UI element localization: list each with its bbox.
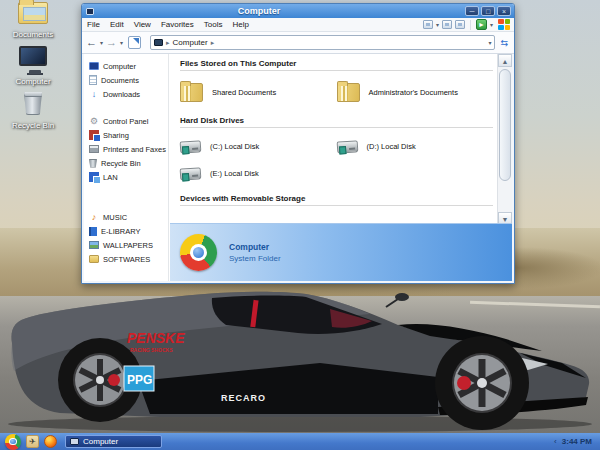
sidebar-item-lan[interactable]: LAN: [89, 170, 168, 184]
sidebar-item-label: LAN: [103, 173, 118, 182]
sidebar-item-documents[interactable]: Documents: [89, 73, 168, 87]
desktop-icon-label: Recycle Bin: [4, 121, 62, 130]
content-area: Files Stored on This Computer Shared Doc…: [170, 54, 497, 223]
hard-disk-icon: [180, 140, 202, 153]
item-drive-d[interactable]: (D:) Local Disk: [337, 133, 494, 160]
sidebar-item-label: Control Panel: [103, 117, 148, 126]
sidebar-item-label: SOFTWARES: [103, 255, 150, 264]
menu-file[interactable]: File: [82, 20, 105, 29]
picture-icon: [89, 241, 99, 249]
music-note-icon: [89, 212, 99, 222]
details-title: Computer: [229, 242, 281, 252]
sidebar-item-downloads[interactable]: Downloads: [89, 87, 168, 101]
chrome-computer-icon: [180, 234, 217, 271]
scroll-up-arrow[interactable]: ▲: [498, 54, 512, 67]
tray-expand-chevron[interactable]: ‹: [554, 437, 557, 446]
start-button-chrome-icon[interactable]: [5, 434, 21, 450]
book-icon: [89, 227, 97, 236]
sidebar-item-printers[interactable]: Printers and Faxes: [89, 142, 168, 156]
car-mirror: [395, 293, 409, 301]
navigation-bar: ← ▾ → ▾ ▸ Computer ▸ ▾ ⇆: [82, 32, 514, 54]
hard-disk-icon: [336, 140, 358, 153]
views-icon[interactable]: [455, 20, 465, 29]
copy-to-icon[interactable]: [423, 20, 433, 29]
go-button[interactable]: ►: [476, 19, 487, 30]
computer-icon: [89, 62, 99, 70]
item-administrators-documents[interactable]: Administrator's Documents: [337, 76, 494, 109]
window-title: Computer: [238, 6, 281, 16]
minimize-button[interactable]: ─: [465, 6, 479, 16]
empty-cell: [337, 160, 494, 187]
menu-view[interactable]: View: [129, 20, 156, 29]
taskbar: ✈ Computer ‹ 3:44 PM: [0, 433, 600, 450]
section-header-files: Files Stored on This Computer: [180, 59, 493, 71]
item-drive-c[interactable]: (C:) Local Disk: [180, 133, 337, 160]
back-history-caret[interactable]: ▾: [100, 39, 103, 46]
car-front-wheel: [435, 336, 529, 430]
chevron-down-icon[interactable]: ▾: [436, 21, 439, 28]
menu-help[interactable]: Help: [227, 20, 253, 29]
item-label: (D:) Local Disk: [367, 142, 416, 151]
refresh-icon[interactable]: ⇆: [498, 38, 510, 48]
sidebar-item-label: Documents: [101, 76, 139, 85]
forward-button[interactable]: →: [106, 37, 117, 48]
monitor-icon: [70, 438, 79, 445]
scrollbar-thumb[interactable]: [499, 69, 511, 181]
menu-edit[interactable]: Edit: [105, 20, 129, 29]
address-bar[interactable]: ▸ Computer ▸ ▾: [150, 35, 495, 50]
item-label: (E:) Local Disk: [210, 169, 259, 178]
desktop-icon-recycle-bin[interactable]: Recycle Bin: [4, 92, 62, 130]
sidebar-item-sharing[interactable]: Sharing: [89, 128, 168, 142]
sidebar-item-recycle-bin[interactable]: Recycle Bin: [89, 156, 168, 170]
sidebar-group-gap: [89, 184, 168, 210]
taskbar-button-label: Computer: [83, 437, 118, 446]
sidebar-item-wallpapers[interactable]: WALLPAPERS: [89, 238, 168, 252]
address-dropdown-caret[interactable]: ▾: [488, 39, 491, 46]
quick-launch-firefox-icon[interactable]: [44, 435, 57, 448]
move-to-icon[interactable]: [442, 20, 452, 29]
sidebar-item-label: WALLPAPERS: [103, 241, 153, 250]
sidebar-item-control-panel[interactable]: Control Panel: [89, 114, 168, 128]
item-drive-e[interactable]: (E:) Local Disk: [180, 160, 337, 187]
system-tray: ‹ 3:44 PM: [554, 437, 600, 446]
breadcrumb-separator[interactable]: ▸: [211, 39, 215, 47]
sidebar-item-computer[interactable]: Computer: [89, 59, 168, 73]
window-icon: [86, 8, 94, 15]
sidebar: Computer Documents Downloads Control Pan…: [84, 54, 169, 281]
chevron-down-icon[interactable]: ▾: [490, 21, 493, 28]
desktop-icon-documents[interactable]: Documents: [4, 2, 62, 39]
desktop-icon-label: Computer: [4, 77, 62, 86]
folder-icon: [89, 255, 99, 263]
document-icon: [89, 75, 97, 85]
sidebar-item-softwares[interactable]: SOFTWARES: [89, 252, 168, 266]
item-label: Administrator's Documents: [369, 88, 458, 97]
back-button[interactable]: ←: [86, 37, 97, 48]
desktop-icon-computer[interactable]: Computer: [4, 46, 62, 86]
forward-history-caret[interactable]: ▾: [120, 39, 123, 46]
titlebar[interactable]: Computer ─ □ ×: [82, 4, 514, 18]
maximize-button[interactable]: □: [481, 6, 495, 16]
menu-tools[interactable]: Tools: [199, 20, 228, 29]
taskbar-button-computer[interactable]: Computer: [65, 435, 162, 448]
penske-decal: PENSKE: [127, 330, 185, 346]
sidebar-item-label: Computer: [103, 62, 136, 71]
vertical-scrollbar[interactable]: ▲ ▼: [497, 54, 512, 225]
close-button[interactable]: ×: [497, 6, 511, 16]
menu-bar: File Edit View Favorites Tools Help ▾ ► …: [82, 18, 514, 32]
sidebar-item-music[interactable]: MUSIC: [89, 210, 168, 224]
sidebar-item-e-library[interactable]: E-LIBRARY: [89, 224, 168, 238]
details-pane[interactable]: Computer System Folder: [170, 223, 512, 281]
sidebar-item-label: E-LIBRARY: [101, 227, 140, 236]
download-arrow-icon: [89, 89, 99, 99]
ppg-decal: PPG: [127, 373, 152, 387]
documents-folder-icon: [18, 2, 48, 24]
desktop-icon-label: Documents: [4, 30, 62, 39]
menu-favorites[interactable]: Favorites: [156, 20, 199, 29]
quick-launch-plane-icon[interactable]: ✈: [26, 435, 39, 448]
printer-icon: [89, 145, 99, 153]
penske-sub-decal: RACING SHOCKS: [130, 347, 173, 353]
up-one-level-button[interactable]: [128, 36, 141, 49]
breadcrumb-location[interactable]: Computer: [173, 38, 208, 47]
item-shared-documents[interactable]: Shared Documents: [180, 76, 337, 109]
item-label: (C:) Local Disk: [210, 142, 259, 151]
